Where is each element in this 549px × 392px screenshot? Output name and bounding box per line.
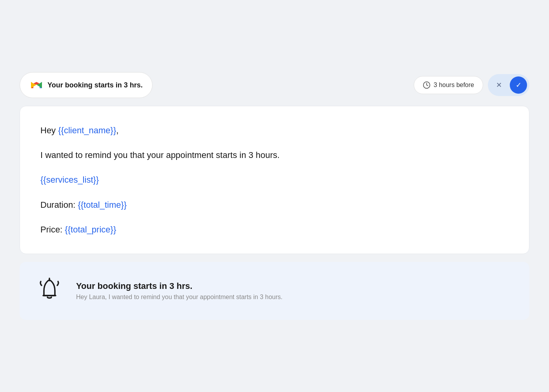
confirm-button[interactable]: ✓ (510, 76, 527, 94)
email-body-card: Hey {{client_name}}, I wanted to remind … (20, 106, 529, 254)
timing-text: 3 hours before (434, 82, 474, 89)
greeting-line: Hey {{client_name}}, (40, 123, 509, 137)
cancel-icon: ✕ (496, 81, 502, 89)
greeting-text: Hey (40, 125, 58, 135)
bell-icon-wrapper (34, 274, 65, 307)
total-time-var: {{total_time}} (78, 200, 127, 210)
reminder-line: I wanted to remind you that your appoint… (40, 148, 509, 162)
cancel-button[interactable]: ✕ (490, 76, 507, 94)
duration-label: Duration: (40, 200, 78, 210)
price-label: Price: (40, 225, 65, 234)
top-bar: Your booking starts in 3 hrs. 3 hours be… (20, 72, 529, 98)
timing-pill: 3 hours before (414, 76, 483, 94)
clock-icon (423, 81, 431, 89)
gmail-icon (29, 78, 44, 92)
subject-text: Your booking starts in 3 hrs. (47, 81, 143, 89)
notification-title: Your booking starts in 3 hrs. (76, 281, 283, 291)
price-line: Price: {{total_price}} (40, 223, 509, 236)
services-list-var: {{services_list}} (40, 173, 509, 187)
bell-icon (34, 274, 65, 306)
total-price-var: {{total_price}} (65, 225, 116, 234)
greeting-end: , (116, 125, 118, 135)
action-buttons: ✕ ✓ (488, 74, 529, 96)
main-container: Your booking starts in 3 hrs. 3 hours be… (20, 72, 529, 320)
notification-subtitle: Hey Laura, I wanted to remind you that y… (76, 294, 283, 301)
confirm-icon: ✓ (516, 81, 522, 89)
subject-pill: Your booking starts in 3 hrs. (20, 72, 153, 98)
notification-text-block: Your booking starts in 3 hrs. Hey Laura,… (76, 281, 283, 301)
top-bar-right: 3 hours before ✕ ✓ (414, 74, 529, 96)
notification-card: Your booking starts in 3 hrs. Hey Laura,… (20, 262, 529, 320)
client-name-var: {{client_name}} (58, 125, 116, 135)
duration-line: Duration: {{total_time}} (40, 198, 509, 212)
